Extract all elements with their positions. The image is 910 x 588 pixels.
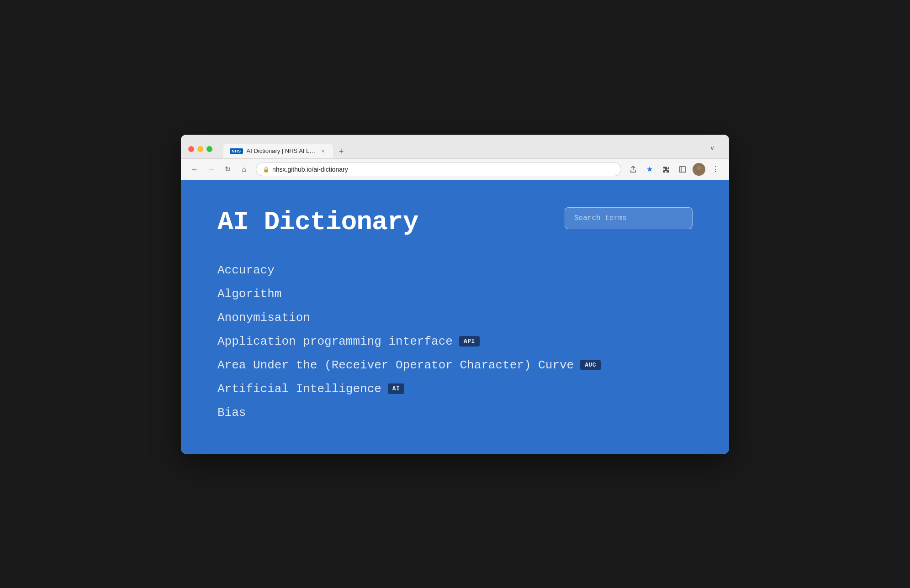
svg-point-2 — [697, 166, 701, 170]
terms-list: AccuracyAlgorithmAnonymisationApplicatio… — [217, 260, 693, 423]
search-input[interactable] — [565, 207, 693, 229]
list-item[interactable]: Area Under the (Receiver Operator Charac… — [217, 355, 693, 376]
sidebar-button[interactable] — [676, 163, 689, 176]
term-name: Accuracy — [217, 263, 275, 277]
term-abbreviation-badge: AI — [388, 383, 405, 394]
tabs-bar: NHS AI Dictionary | NHS AI Lab × + — [223, 144, 348, 158]
browser-tab[interactable]: NHS AI Dictionary | NHS AI Lab × — [223, 144, 333, 158]
new-tab-button[interactable]: + — [335, 146, 348, 158]
menu-button[interactable]: ⋮ — [709, 163, 722, 176]
minimize-button[interactable] — [197, 146, 203, 152]
profile-avatar[interactable] — [693, 163, 705, 176]
forward-button[interactable]: → — [205, 163, 217, 176]
tab-close-button[interactable]: × — [319, 147, 327, 155]
term-name: Algorithm — [217, 287, 281, 301]
toolbar-right: ★ ⋮ — [627, 163, 722, 176]
term-name: Anonymisation — [217, 311, 310, 325]
share-button[interactable] — [627, 163, 640, 176]
url-text: nhsx.github.io/ai-dictionary — [272, 166, 614, 173]
term-name: Application programming interface — [217, 335, 453, 348]
address-bar: ← → ↻ ⌂ 🔒 nhsx.github.io/ai-dictionary ★ — [181, 158, 729, 180]
list-item[interactable]: Anonymisation — [217, 307, 693, 328]
lock-icon: 🔒 — [263, 166, 270, 173]
page-content: AI Dictionary AccuracyAlgorithmAnonymisa… — [181, 180, 729, 454]
tab-title: AI Dictionary | NHS AI Lab — [247, 147, 316, 154]
bookmark-button[interactable]: ★ — [643, 163, 656, 176]
refresh-button[interactable]: ↻ — [221, 163, 234, 176]
page-header: AI Dictionary — [217, 207, 693, 237]
list-item[interactable]: Accuracy — [217, 260, 693, 281]
list-item[interactable]: Application programming interfaceAPI — [217, 331, 693, 352]
svg-rect-0 — [679, 167, 686, 172]
extensions-button[interactable] — [660, 163, 672, 176]
traffic-lights — [188, 146, 212, 152]
close-button[interactable] — [188, 146, 194, 152]
term-abbreviation-badge: AUC — [580, 360, 601, 370]
term-name: Area Under the (Receiver Operator Charac… — [217, 358, 574, 372]
nhs-badge: NHS — [230, 148, 243, 154]
url-bar[interactable]: 🔒 nhsx.github.io/ai-dictionary — [256, 163, 621, 176]
page-title: AI Dictionary — [217, 207, 418, 237]
list-item[interactable]: Bias — [217, 402, 693, 423]
maximize-button[interactable] — [206, 146, 212, 152]
home-button[interactable]: ⌂ — [238, 163, 250, 176]
browser-window: NHS AI Dictionary | NHS AI Lab × + ∨ ← →… — [181, 135, 729, 454]
tabs-chevron-icon[interactable]: ∨ — [710, 144, 714, 152]
term-abbreviation-badge: API — [459, 336, 480, 346]
back-button[interactable]: ← — [188, 163, 201, 176]
title-bar: NHS AI Dictionary | NHS AI Lab × + ∨ ← →… — [181, 135, 729, 180]
list-item[interactable]: Artificial IntelligenceAI — [217, 378, 693, 399]
nav-buttons: ← → ↻ ⌂ — [188, 163, 250, 176]
term-name: Bias — [217, 406, 246, 420]
list-item[interactable]: Algorithm — [217, 284, 693, 304]
term-name: Artificial Intelligence — [217, 382, 381, 396]
